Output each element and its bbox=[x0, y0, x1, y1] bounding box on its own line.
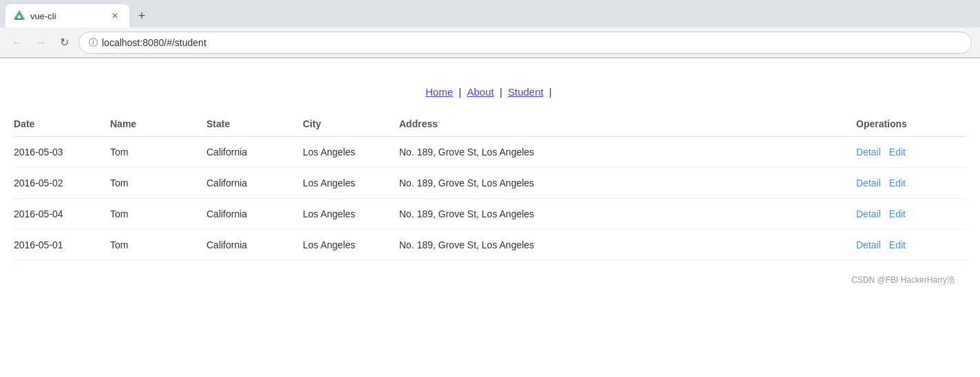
cell-name-0: Tom bbox=[110, 137, 206, 168]
vue-favicon bbox=[14, 10, 25, 21]
cell-name-3: Tom bbox=[110, 230, 206, 261]
student-table: Date Name State City Address Operations … bbox=[14, 111, 966, 261]
url-bar[interactable]: ⓘ localhost:8080/#/student bbox=[78, 32, 972, 54]
col-header-city: City bbox=[303, 111, 399, 137]
edit-link-3[interactable]: Edit bbox=[889, 239, 906, 250]
forward-button[interactable]: → bbox=[32, 34, 50, 52]
edit-link-2[interactable]: Edit bbox=[889, 208, 906, 219]
col-header-address: Address bbox=[399, 111, 856, 137]
table-row: 2016-05-03TomCaliforniaLos AngelesNo. 18… bbox=[14, 137, 966, 168]
nav-links: Home | About | Student | bbox=[14, 86, 966, 98]
cell-date-0: 2016-05-03 bbox=[14, 137, 110, 168]
nav-link-home[interactable]: Home bbox=[425, 86, 453, 98]
cell-address-2: No. 189, Grove St, Los Angeles bbox=[399, 199, 856, 230]
edit-link-1[interactable]: Edit bbox=[889, 177, 906, 188]
page-content: Home | About | Student | Date Name State… bbox=[0, 58, 980, 307]
cell-city-3: Los Angeles bbox=[303, 230, 399, 261]
detail-link-1[interactable]: Detail bbox=[856, 177, 881, 188]
nav-separator-3: | bbox=[549, 86, 552, 98]
cell-name-1: Tom bbox=[110, 168, 206, 199]
reload-button[interactable]: ↻ bbox=[55, 34, 73, 52]
col-header-operations: Operations bbox=[856, 111, 966, 137]
cell-date-2: 2016-05-04 bbox=[14, 199, 110, 230]
table-header: Date Name State City Address Operations bbox=[14, 111, 966, 137]
nav-link-about[interactable]: About bbox=[467, 86, 494, 98]
cell-address-0: No. 189, Grove St, Los Angeles bbox=[399, 137, 856, 168]
cell-address-1: No. 189, Grove St, Los Angeles bbox=[399, 168, 856, 199]
table-body: 2016-05-03TomCaliforniaLos AngelesNo. 18… bbox=[14, 137, 966, 261]
cell-operations-0: DetailEdit bbox=[856, 137, 966, 168]
nav-separator-1: | bbox=[458, 86, 464, 98]
cell-state-2: California bbox=[206, 199, 303, 230]
tab-title: vue-cli bbox=[30, 11, 103, 21]
cell-operations-1: DetailEdit bbox=[856, 168, 966, 199]
detail-link-0[interactable]: Detail bbox=[856, 147, 881, 158]
cell-date-3: 2016-05-01 bbox=[14, 230, 110, 261]
tab-bar: vue-cli ✕ + bbox=[0, 0, 980, 28]
col-header-state: State bbox=[206, 111, 303, 137]
back-button[interactable]: ← bbox=[8, 34, 26, 52]
cell-operations-2: DetailEdit bbox=[856, 199, 966, 230]
table-row: 2016-05-04TomCaliforniaLos AngelesNo. 18… bbox=[14, 199, 966, 230]
nav-separator-2: | bbox=[500, 86, 505, 98]
footer-text: CSDN @FBI HackerHarry浩 bbox=[851, 275, 955, 285]
cell-state-3: California bbox=[206, 230, 303, 261]
cell-city-1: Los Angeles bbox=[303, 168, 399, 199]
cell-state-1: California bbox=[206, 168, 303, 199]
svg-marker-0 bbox=[14, 11, 24, 19]
tab-close-button[interactable]: ✕ bbox=[109, 10, 121, 22]
cell-state-0: California bbox=[206, 137, 303, 168]
address-bar: ← → ↻ ⓘ localhost:8080/#/student bbox=[0, 28, 980, 58]
table-row: 2016-05-01TomCaliforniaLos AngelesNo. 18… bbox=[14, 230, 966, 261]
cell-date-1: 2016-05-02 bbox=[14, 168, 110, 199]
cell-city-0: Los Angeles bbox=[303, 137, 399, 168]
edit-link-0[interactable]: Edit bbox=[889, 147, 906, 158]
url-text: localhost:8080/#/student bbox=[102, 37, 206, 48]
cell-name-2: Tom bbox=[110, 199, 206, 230]
cell-address-3: No. 189, Grove St, Los Angeles bbox=[399, 230, 856, 261]
table-row: 2016-05-02TomCaliforniaLos AngelesNo. 18… bbox=[14, 168, 966, 199]
cell-city-2: Los Angeles bbox=[303, 199, 399, 230]
nav-link-student[interactable]: Student bbox=[508, 86, 544, 98]
footer: CSDN @FBI HackerHarry浩 bbox=[14, 261, 966, 293]
col-header-name: Name bbox=[110, 111, 206, 137]
cell-operations-3: DetailEdit bbox=[856, 230, 966, 261]
col-header-date: Date bbox=[14, 111, 110, 137]
active-tab[interactable]: vue-cli ✕ bbox=[6, 4, 129, 28]
info-icon: ⓘ bbox=[89, 36, 98, 49]
detail-link-3[interactable]: Detail bbox=[856, 239, 881, 250]
detail-link-2[interactable]: Detail bbox=[856, 208, 881, 219]
browser-chrome: vue-cli ✕ + ← → ↻ ⓘ localhost:8080/#/stu… bbox=[0, 0, 980, 58]
new-tab-button[interactable]: + bbox=[132, 6, 151, 25]
